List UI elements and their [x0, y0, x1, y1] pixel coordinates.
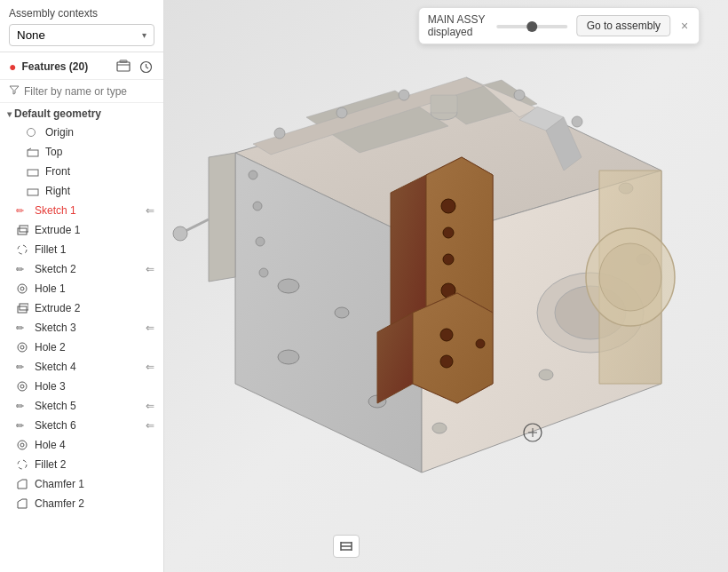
right-plane-item[interactable]: Right [0, 181, 163, 201]
hole2-item[interactable]: Hole 2 [0, 338, 163, 357]
top-plane-item[interactable]: Top [0, 142, 163, 162]
svg-point-57 [443, 227, 454, 238]
arrow-left-icon: ⇐ [146, 263, 154, 275]
extrude2-label: Extrude 2 [35, 302, 154, 314]
arrow-left-icon: ⇐ [146, 322, 154, 334]
sketch1-label: Sketch 1 [35, 204, 146, 217]
slider-thumb [527, 21, 538, 32]
svg-point-77 [572, 116, 582, 127]
plane-icon [27, 187, 41, 196]
svg-point-23 [20, 443, 24, 447]
plane-icon [27, 147, 41, 157]
svg-point-70 [253, 202, 262, 211]
list-view-button[interactable] [333, 535, 360, 558]
chamfer2-item[interactable]: Chamfer 2 [0, 494, 163, 513]
features-header: ● Features (20) [0, 52, 163, 80]
origin-label: Origin [45, 126, 154, 139]
svg-point-37 [278, 279, 299, 293]
hole-icon [16, 380, 30, 393]
svg-point-64 [440, 355, 453, 368]
chamfer2-label: Chamfer 2 [35, 497, 154, 510]
svg-point-19 [20, 346, 24, 349]
filter-icon [9, 84, 20, 98]
extrude1-label: Extrude 1 [35, 224, 154, 236]
clock-icon-button[interactable] [138, 59, 154, 75]
extrude1-item[interactable]: Extrude 1 [0, 220, 163, 240]
sketch-icon: ✏ [16, 361, 30, 373]
sketch5-item[interactable]: ✏ Sketch 5 ⇐ [0, 396, 163, 416]
chamfer1-label: Chamfer 1 [35, 478, 154, 490]
sketch3-label: Sketch 3 [35, 322, 146, 334]
hole-icon [16, 282, 30, 295]
filter-input[interactable] [24, 85, 154, 98]
filter-row [0, 80, 163, 103]
features-title: Features (20) [21, 60, 109, 73]
chevron-icon: ▾ [7, 109, 12, 119]
sketch4-label: Sketch 4 [35, 361, 146, 373]
hole-icon [16, 439, 30, 451]
svg-point-22 [18, 441, 27, 449]
feature-list: ▾ Default geometry Origin Top [0, 103, 163, 572]
svg-point-56 [441, 199, 455, 213]
close-banner-button[interactable]: × [679, 19, 690, 33]
hole1-item[interactable]: Hole 1 [0, 279, 163, 298]
svg-point-21 [20, 385, 24, 388]
extrude2-item[interactable]: Extrude 2 [0, 298, 163, 318]
svg-point-68 [599, 243, 661, 311]
sketch6-item[interactable]: ✏ Sketch 6 ⇐ [0, 416, 163, 435]
opacity-slider[interactable] [497, 25, 568, 28]
snapshot-icon-button[interactable] [115, 58, 132, 75]
chamfer1-item[interactable]: Chamfer 1 [0, 474, 163, 494]
right-label: Right [45, 185, 154, 197]
sketch6-label: Sketch 6 [35, 419, 146, 432]
front-plane-item[interactable]: Front [0, 162, 163, 181]
go-to-assembly-button[interactable]: Go to assembly [577, 15, 670, 36]
svg-point-75 [399, 90, 409, 100]
fillet1-label: Fillet 1 [35, 243, 154, 256]
svg-point-65 [476, 339, 485, 348]
arrow-left-icon: ⇐ [146, 400, 154, 412]
svg-point-13 [18, 245, 27, 254]
sketch-icon: ✏ [16, 205, 30, 217]
fillet2-item[interactable]: Fillet 2 [0, 455, 163, 474]
fillet1-item[interactable]: Fillet 1 [0, 240, 163, 259]
svg-rect-9 [28, 170, 38, 176]
svg-point-72 [259, 268, 268, 277]
fillet2-label: Fillet 2 [35, 458, 154, 471]
svg-rect-10 [28, 189, 38, 195]
svg-point-63 [440, 329, 453, 341]
svg-marker-34 [209, 153, 235, 282]
dropdown-value: None [17, 28, 45, 42]
3d-viewport[interactable] [164, 0, 728, 572]
sketch2-item[interactable]: ✏ Sketch 2 ⇐ [0, 259, 163, 279]
hole3-item[interactable]: Hole 3 [0, 377, 163, 396]
assembly-contexts-section: Assembly contexts None ▾ [0, 0, 163, 52]
origin-icon [27, 128, 41, 137]
svg-point-74 [336, 107, 347, 118]
hole4-item[interactable]: Hole 4 [0, 435, 163, 455]
chevron-down-icon: ▾ [142, 30, 146, 40]
hole4-label: Hole 4 [35, 439, 154, 451]
svg-point-73 [274, 128, 285, 139]
svg-point-36 [173, 226, 187, 241]
assembly-contexts-dropdown[interactable]: None ▾ [9, 24, 154, 46]
main-assy-banner: MAIN ASSY displayed Go to assembly × [418, 7, 700, 44]
svg-marker-54 [391, 175, 426, 330]
extrude-icon [16, 302, 30, 314]
hole3-label: Hole 3 [35, 380, 154, 393]
hole2-label: Hole 2 [35, 341, 154, 354]
main-viewport[interactable]: MAIN ASSY displayed Go to assembly × [164, 0, 728, 572]
plane-icon [27, 167, 41, 177]
sketch1-item[interactable]: ✏ Sketch 1 ⇐ [0, 201, 163, 220]
3d-model-svg [164, 0, 728, 572]
sketch3-item[interactable]: ✏ Sketch 3 ⇐ [0, 318, 163, 338]
main-assy-text: MAIN ASSY displayed [428, 13, 488, 38]
slider-wrapper [497, 23, 568, 28]
default-geometry-header[interactable]: ▾ Default geometry [0, 105, 163, 123]
origin-item[interactable]: Origin [0, 123, 163, 142]
hole-icon [16, 341, 30, 354]
svg-point-20 [18, 382, 27, 391]
sketch4-item[interactable]: ✏ Sketch 4 ⇐ [0, 357, 163, 377]
fillet-icon [16, 243, 30, 256]
svg-rect-6 [28, 150, 38, 156]
